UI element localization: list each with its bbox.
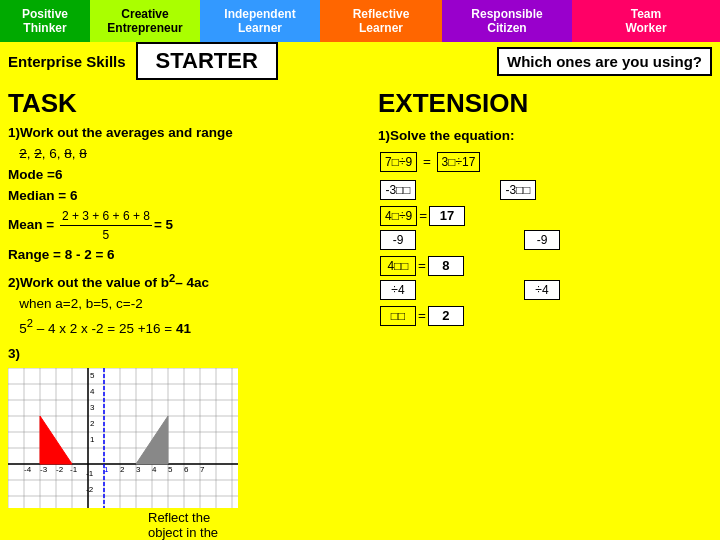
step1-left: -3□□ (380, 180, 416, 200)
eq4-left: □□ (380, 306, 416, 326)
top-nav: Positive Thinker Creative Entrepreneur I… (0, 0, 720, 42)
eq-box-1: 7□÷9 (380, 152, 417, 172)
graph-area: 5 4 3 2 1 -1 -2 -4 -3 -2 -1 1 2 3 4 5 6 … (8, 368, 238, 508)
ext-step2: -9 -9 (378, 229, 712, 251)
tab-team-worker[interactable]: Team Worker (572, 0, 720, 42)
tab-independent-learner[interactable]: Independent Learner (200, 0, 320, 42)
svg-text:-2: -2 (56, 465, 64, 474)
svg-text:7: 7 (200, 465, 205, 474)
ext-step1: -3□□ -3□□ (378, 179, 712, 201)
eq4-right: 2 (428, 306, 464, 326)
extension-title: EXTENSION (378, 88, 712, 119)
which-ones-box: Which ones are you using? (497, 47, 712, 76)
task-item2-when: when a=2, b=5, c=-2 (8, 294, 362, 315)
task-item3-label: 3) (8, 344, 362, 365)
task-title: TASK (8, 88, 362, 119)
enterprise-label: Enterprise Skills (8, 53, 126, 70)
ext-eq4: □□ = 2 (378, 305, 712, 327)
enterprise-row: Enterprise Skills STARTER Which ones are… (0, 42, 720, 80)
tab-positive-thinker[interactable]: Positive Thinker (0, 0, 90, 42)
step2-left: -9 (380, 230, 416, 250)
eq2-right: 17 (429, 206, 465, 226)
eq3-right: 8 (428, 256, 464, 276)
svg-text:5: 5 (168, 465, 173, 474)
ext-step3: ÷4 ÷4 (378, 279, 712, 301)
coordinate-grid: 5 4 3 2 1 -1 -2 -4 -3 -2 -1 1 2 3 4 5 6 … (8, 368, 238, 508)
svg-text:4: 4 (90, 387, 95, 396)
step2-right: -9 (524, 230, 560, 250)
svg-text:1: 1 (104, 465, 109, 474)
task-panel: TASK 1)Work out the averages and range 2… (0, 84, 370, 540)
task-item1-heading: 1)Work out the averages and range (8, 123, 362, 144)
task-mode: Mode =6 (8, 165, 362, 186)
main-content: TASK 1)Work out the averages and range 2… (0, 80, 720, 540)
mean-fraction: 2 + 3 + 6 + 6 + 8 5 (60, 207, 152, 245)
eq3-left: 4□□ (380, 256, 416, 276)
ext-eq2: 4□÷9 = 17 (378, 205, 712, 227)
svg-text:3: 3 (136, 465, 141, 474)
eq2-left: 4□÷9 (380, 206, 417, 226)
svg-text:2: 2 (120, 465, 125, 474)
svg-text:1: 1 (90, 435, 95, 444)
task-body: 1)Work out the averages and range 2, 2, … (8, 123, 362, 364)
step3-right: ÷4 (524, 280, 560, 300)
svg-text:-1: -1 (70, 465, 78, 474)
svg-text:-1: -1 (86, 469, 94, 478)
eq-box-2: 3□÷17 (437, 152, 481, 172)
task-item2-calc: 52 – 4 x 2 x -2 = 25 +16 = 41 (8, 315, 362, 339)
svg-text:-3: -3 (40, 465, 48, 474)
svg-text:2: 2 (90, 419, 95, 428)
tab-reflective-learner[interactable]: Reflective Learner (320, 0, 442, 42)
starter-box: STARTER (136, 42, 278, 80)
svg-text:3: 3 (90, 403, 95, 412)
svg-text:5: 5 (90, 371, 95, 380)
svg-text:4: 4 (152, 465, 157, 474)
task-range: Range = 8 - 2 = 6 (8, 245, 362, 266)
svg-text:-2: -2 (86, 485, 94, 494)
tab-creative-entrepreneur[interactable]: Creative Entrepreneur (90, 0, 200, 42)
reflect-text: Reflect theobject in theline x = 1 (148, 510, 362, 540)
task-item2: 2)Work out the value of b2– 4ac (8, 270, 362, 294)
ext-eq3: 4□□ = 8 (378, 255, 712, 277)
task-mean: Mean = 2 + 3 + 6 + 6 + 8 5 = 5 (8, 207, 362, 245)
task-median: Median = 6 (8, 186, 362, 207)
step1-right: -3□□ (500, 180, 536, 200)
extension-body: 1)Solve the equation: 7□÷9 = 3□÷17 -3□□ … (378, 125, 712, 327)
task-item1-for: 2, 2, 6, 8, 8 (8, 144, 362, 165)
ext-equation-row: 7□÷9 = 3□÷17 (378, 151, 712, 174)
tab-responsible-citizen[interactable]: Responsible Citizen (442, 0, 572, 42)
ext-item1: 1)Solve the equation: (378, 125, 712, 147)
extension-panel: EXTENSION 1)Solve the equation: 7□÷9 = 3… (370, 84, 720, 540)
step3-left: ÷4 (380, 280, 416, 300)
svg-text:6: 6 (184, 465, 189, 474)
svg-text:-4: -4 (24, 465, 32, 474)
